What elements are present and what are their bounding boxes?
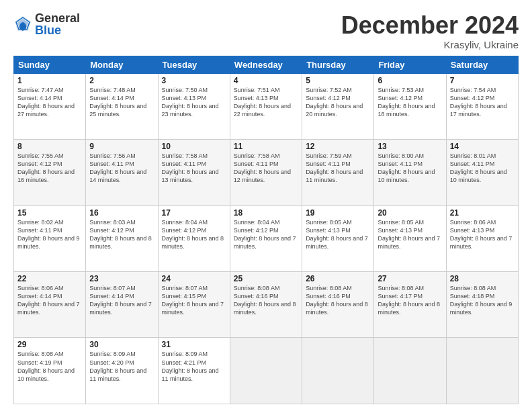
day-number: 27 [378,274,442,283]
table-row: 6Sunrise: 7:53 AMSunset: 4:12 PMDaylight… [374,73,446,139]
day-info: Sunrise: 8:08 AMSunset: 4:18 PMDaylight:… [450,284,515,317]
calendar-row: 15Sunrise: 8:02 AMSunset: 4:11 PMDayligh… [14,205,519,271]
day-number: 31 [162,340,226,349]
day-number: 12 [306,142,370,151]
table-row: 15Sunrise: 8:02 AMSunset: 4:11 PMDayligh… [14,205,86,271]
day-number: 10 [162,142,226,151]
day-info: Sunrise: 7:54 AMSunset: 4:12 PMDaylight:… [450,86,515,119]
table-row: 8Sunrise: 7:55 AMSunset: 4:12 PMDaylight… [14,140,86,205]
day-info: Sunrise: 8:05 AMSunset: 4:13 PMDaylight:… [378,218,442,251]
table-row: 24Sunrise: 8:07 AMSunset: 4:15 PMDayligh… [158,272,230,338]
day-info: Sunrise: 8:03 AMSunset: 4:12 PMDaylight:… [89,218,154,251]
day-number: 16 [89,208,154,218]
day-info: Sunrise: 8:00 AMSunset: 4:11 PMDaylight:… [378,152,442,185]
table-row: 27Sunrise: 8:08 AMSunset: 4:17 PMDayligh… [374,272,446,338]
day-info: Sunrise: 7:53 AMSunset: 4:12 PMDaylight:… [378,86,442,119]
table-row: 23Sunrise: 8:07 AMSunset: 4:14 PMDayligh… [86,272,158,338]
day-info: Sunrise: 7:51 AMSunset: 4:13 PMDaylight:… [234,86,298,119]
table-row: 30Sunrise: 8:09 AMSunset: 4:20 PMDayligh… [86,338,158,404]
table-row: 20Sunrise: 8:05 AMSunset: 4:13 PMDayligh… [374,205,446,271]
day-number: 3 [162,76,226,85]
table-row: 14Sunrise: 8:01 AMSunset: 4:11 PMDayligh… [446,140,518,205]
table-row: 9Sunrise: 7:56 AMSunset: 4:11 PMDaylight… [86,140,158,205]
day-info: Sunrise: 8:06 AMSunset: 4:14 PMDaylight:… [17,284,82,317]
day-info: Sunrise: 7:56 AMSunset: 4:11 PMDaylight:… [89,152,154,185]
table-row: 21Sunrise: 8:06 AMSunset: 4:13 PMDayligh… [446,205,518,271]
day-info: Sunrise: 7:48 AMSunset: 4:14 PMDaylight:… [89,86,154,119]
day-number: 25 [234,274,298,283]
day-number: 5 [306,76,370,85]
calendar-row: 29Sunrise: 8:08 AMSunset: 4:19 PMDayligh… [14,338,519,404]
day-number: 6 [378,76,442,85]
month-title: December 2024 [341,12,519,39]
day-number: 7 [450,76,515,85]
day-number: 29 [17,340,82,349]
day-info: Sunrise: 8:08 AMSunset: 4:16 PMDaylight:… [234,284,298,317]
logo-general: General [35,12,80,24]
table-row: 26Sunrise: 8:08 AMSunset: 4:16 PMDayligh… [302,272,374,338]
day-number: 21 [450,208,515,218]
table-row: 17Sunrise: 8:04 AMSunset: 4:12 PMDayligh… [158,205,230,271]
table-row: 10Sunrise: 7:58 AMSunset: 4:11 PMDayligh… [158,140,230,205]
day-info: Sunrise: 8:04 AMSunset: 4:12 PMDaylight:… [162,218,226,251]
day-info: Sunrise: 8:06 AMSunset: 4:13 PMDaylight:… [450,218,515,251]
table-row: 3Sunrise: 7:50 AMSunset: 4:13 PMDaylight… [158,73,230,139]
day-info: Sunrise: 8:01 AMSunset: 4:11 PMDaylight:… [450,152,515,185]
day-number: 26 [306,274,370,283]
day-info: Sunrise: 8:04 AMSunset: 4:12 PMDaylight:… [234,218,298,251]
day-info: Sunrise: 8:02 AMSunset: 4:11 PMDaylight:… [17,218,82,251]
table-row: 22Sunrise: 8:06 AMSunset: 4:14 PMDayligh… [14,272,86,338]
day-number: 22 [17,274,82,283]
day-number: 14 [450,142,515,151]
table-row: 7Sunrise: 7:54 AMSunset: 4:12 PMDaylight… [446,73,518,139]
table-row: 31Sunrise: 8:09 AMSunset: 4:21 PMDayligh… [158,338,230,404]
page: General Blue December 2024 Krasyliv, Ukr… [0,0,532,411]
table-row [230,338,302,404]
day-number: 13 [378,142,442,151]
col-tuesday: Tuesday [158,56,230,73]
day-info: Sunrise: 8:09 AMSunset: 4:20 PMDaylight:… [89,350,154,383]
day-number: 9 [89,142,154,151]
day-number: 18 [234,208,298,218]
day-number: 19 [306,208,370,218]
top-section: General Blue December 2024 Krasyliv, Ukr… [13,12,519,50]
logo-area: General Blue [13,12,80,36]
calendar-table: Sunday Monday Tuesday Wednesday Thursday… [13,56,519,404]
location: Krasyliv, Ukraine [341,39,519,50]
day-info: Sunrise: 8:08 AMSunset: 4:17 PMDaylight:… [378,284,442,317]
day-number: 30 [89,340,154,349]
table-row: 18Sunrise: 8:04 AMSunset: 4:12 PMDayligh… [230,205,302,271]
table-row: 5Sunrise: 7:52 AMSunset: 4:12 PMDaylight… [302,73,374,139]
day-info: Sunrise: 7:52 AMSunset: 4:12 PMDaylight:… [306,86,370,119]
table-row: 29Sunrise: 8:08 AMSunset: 4:19 PMDayligh… [14,338,86,404]
table-row: 28Sunrise: 8:08 AMSunset: 4:18 PMDayligh… [446,272,518,338]
logo-icon [13,15,32,34]
day-info: Sunrise: 8:08 AMSunset: 4:19 PMDaylight:… [17,350,82,383]
day-info: Sunrise: 8:09 AMSunset: 4:21 PMDaylight:… [162,350,226,383]
day-info: Sunrise: 7:59 AMSunset: 4:11 PMDaylight:… [306,152,370,185]
day-info: Sunrise: 8:05 AMSunset: 4:13 PMDaylight:… [306,218,370,251]
table-row: 13Sunrise: 8:00 AMSunset: 4:11 PMDayligh… [374,140,446,205]
table-row: 2Sunrise: 7:48 AMSunset: 4:14 PMDaylight… [86,73,158,139]
table-row [374,338,446,404]
day-info: Sunrise: 7:55 AMSunset: 4:12 PMDaylight:… [17,152,82,185]
calendar-row: 1Sunrise: 7:47 AMSunset: 4:14 PMDaylight… [14,73,519,139]
day-number: 2 [89,76,154,85]
logo-text: General Blue [35,12,80,36]
day-number: 11 [234,142,298,151]
table-row: 11Sunrise: 7:58 AMSunset: 4:11 PMDayligh… [230,140,302,205]
table-row: 4Sunrise: 7:51 AMSunset: 4:13 PMDaylight… [230,73,302,139]
col-sunday: Sunday [14,56,86,73]
day-info: Sunrise: 8:07 AMSunset: 4:15 PMDaylight:… [162,284,226,317]
title-area: December 2024 Krasyliv, Ukraine [341,12,519,50]
table-row: 19Sunrise: 8:05 AMSunset: 4:13 PMDayligh… [302,205,374,271]
table-row: 25Sunrise: 8:08 AMSunset: 4:16 PMDayligh… [230,272,302,338]
day-number: 4 [234,76,298,85]
day-info: Sunrise: 8:07 AMSunset: 4:14 PMDaylight:… [89,284,154,317]
day-number: 28 [450,274,515,283]
calendar-row: 8Sunrise: 7:55 AMSunset: 4:12 PMDaylight… [14,140,519,205]
day-number: 23 [89,274,154,283]
day-number: 20 [378,208,442,218]
day-number: 8 [17,142,82,151]
table-row: 12Sunrise: 7:59 AMSunset: 4:11 PMDayligh… [302,140,374,205]
